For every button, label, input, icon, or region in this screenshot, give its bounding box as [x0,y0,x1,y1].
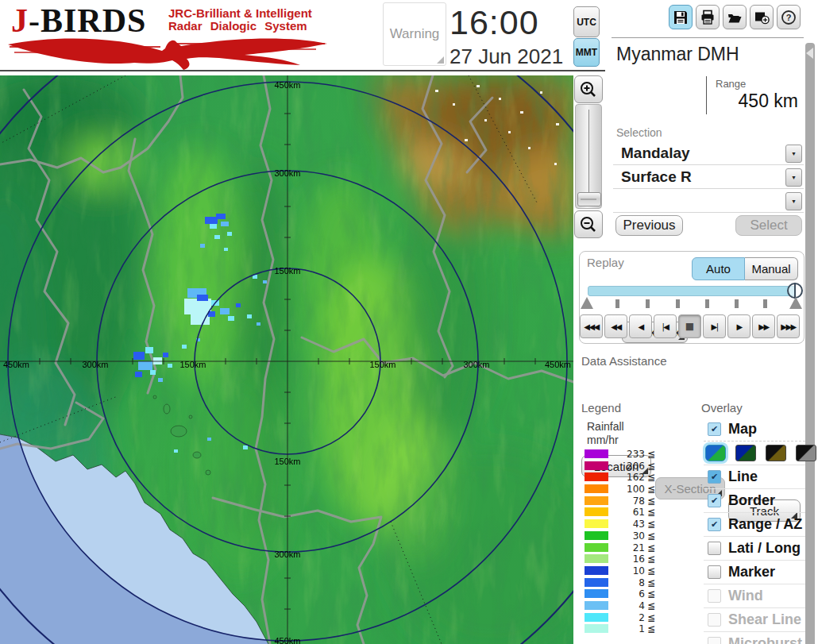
help-button[interactable]: ? [777,5,801,29]
panel-divider [612,37,804,38]
playback-forward-button[interactable]: ▶▶ [752,314,775,338]
svg-text:450km: 450km [274,80,300,90]
legend-lte-symbol: ≦ [647,577,655,588]
selection-dropdown-row[interactable]: Surface R▼ [613,165,804,189]
legend-lte-symbol: ≦ [647,472,655,483]
open-folder-button[interactable] [723,5,747,29]
overlay-item-map[interactable]: ✔Map [704,418,805,442]
auto-mode-button[interactable]: Auto [692,257,745,280]
playback-forward-fast-button[interactable]: ▶▶▶ [777,314,800,338]
checkbox-microburst [708,637,721,644]
legend-color-swatch [585,589,608,598]
playback-step-back-button[interactable]: |◀ [654,314,677,338]
map-zoom-out-button[interactable] [574,210,603,238]
legend-value: 10 [610,565,645,577]
timeline-tick [735,299,739,308]
print-button[interactable] [696,5,720,29]
legend-lte-symbol: ≦ [647,588,655,600]
legend-row: 8≦ [585,577,661,589]
add-image-button[interactable] [750,5,774,29]
legend-scale: 233≦206≦162≦100≦78≦61≦43≦30≦21≦16≦10≦8≦6… [585,449,661,635]
legend-lte-symbol: ≦ [647,612,655,623]
checkbox-border[interactable]: ✔ [708,494,721,507]
checkbox-range-az[interactable]: ✔ [708,518,721,531]
save-button[interactable] [669,5,693,29]
zoom-slider-rail [588,110,589,195]
checkbox-marker[interactable] [708,565,721,579]
legend-title-unit: mm/hr [587,434,619,446]
timezone-utc-button[interactable]: UTC [573,6,600,37]
overlay-item-shear-line[interactable]: Shear Line [704,608,805,632]
dropdown-arrow-button[interactable]: ▼ [785,168,802,187]
timeline-start-marker[interactable] [581,297,593,309]
overlay-item-microburst[interactable]: Microburst [704,632,805,644]
legend-value: 2 [610,612,645,623]
dropdown-arrow-button[interactable]: ▼ [785,145,802,163]
overlay-item-range-az[interactable]: ✔Range / AZ [704,513,805,537]
selection-value: Surface R [621,168,692,186]
previous-button[interactable]: Previous [615,215,683,236]
zoom-slider-thumb[interactable] [577,192,601,206]
selection-dropdown-row[interactable]: Mandalay▼ [613,141,804,165]
checkbox-wind [708,589,721,603]
legend-value: 61 [610,507,645,518]
add-image-icon [754,10,770,25]
radar-map[interactable]: 450km300km150km450km300km150km150km300km… [0,75,573,644]
playback-play-reverse-button[interactable]: ◀ [629,314,652,338]
manual-mode-button[interactable]: Manual [745,257,798,280]
legend-value: 8 [610,577,645,588]
replay-timeline-track[interactable] [588,286,796,296]
legend-color-swatch [585,507,608,516]
open-folder-icon [727,10,743,25]
legend-color-swatch [585,613,608,622]
dropdown-arrow-button[interactable]: ▼ [785,192,802,210]
warning-button[interactable]: Warning [383,2,446,66]
legend-row: 10≦ [585,565,661,577]
overlay-item-wind[interactable]: Wind [704,584,805,608]
checkbox-lati-long[interactable] [708,542,721,555]
station-title: Myanmar DMH [616,44,739,65]
selection-dropdown-row[interactable]: ▼ [613,189,804,213]
svg-text:450km: 450km [274,636,300,644]
overlay-item-marker[interactable]: Marker [704,561,805,584]
legend-row: 100≦ [585,484,661,496]
checkbox-map[interactable]: ✔ [708,422,721,436]
playback-step-forward-button[interactable]: ▶| [703,314,726,338]
overlay-item-lati-long[interactable]: Lati / Long [704,537,805,561]
map-zoom-in-button[interactable] [574,75,603,103]
legend-color-swatch [585,449,608,458]
clock-date: 27 Jun 2021 [450,44,577,69]
timeline-tick [615,299,619,308]
timeline-end-marker[interactable] [789,297,802,309]
save-icon [673,10,689,25]
map-zoom-slider[interactable] [575,104,602,209]
legend-value: 162 [610,472,645,483]
playback-stop-button[interactable]: ■ [678,314,701,338]
select-button[interactable]: Select [735,215,802,236]
svg-text:150km: 150km [274,266,300,276]
help-icon: ? [781,10,797,25]
panel-collapse-strip[interactable] [805,43,815,644]
playback-rewind-fast-button[interactable]: ◀◀◀ [580,314,603,338]
svg-text:300km: 300km [463,360,489,369]
playback-rewind-button[interactable]: ◀◀ [604,314,627,338]
playback-play-button[interactable]: ▶ [727,314,750,338]
legend-color-swatch [585,543,608,552]
map-style-black-olive[interactable] [766,445,786,461]
legend-color-swatch [585,461,608,470]
legend-lte-symbol: ≦ [647,507,655,518]
legend-row: 16≦ [585,553,661,565]
replay-timeline-thumb[interactable] [787,283,803,299]
map-style-black-gray[interactable] [796,445,816,461]
overlay-item-line[interactable]: ✔Line [704,465,805,489]
map-style-navy-darkgreen[interactable] [735,445,756,461]
overlay-item-label: Line [728,469,758,485]
checkbox-line[interactable]: ✔ [708,470,721,484]
legend-lte-symbol: ≦ [647,461,655,472]
map-style-blue-green[interactable] [705,445,726,461]
timezone-mmt-button[interactable]: MMT [573,38,600,67]
legend-value: 233 [610,449,645,460]
zoom-out-icon [579,215,598,234]
legend-row: 6≦ [585,588,661,600]
overlay-item-border[interactable]: ✔Border [704,489,805,513]
